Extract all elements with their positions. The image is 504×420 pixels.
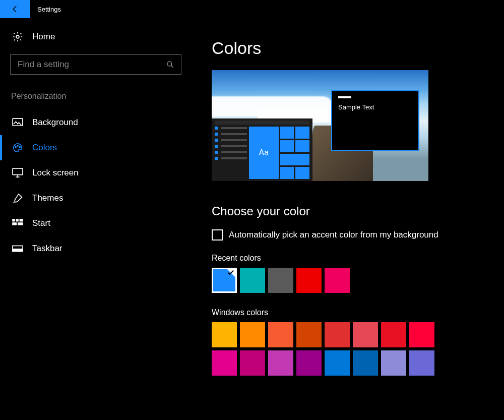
page-title: Colors xyxy=(212,38,504,58)
color-preview: Aa Sample Text xyxy=(212,70,428,181)
svg-rect-11 xyxy=(18,222,23,225)
windows-colors-label: Windows colors xyxy=(212,308,504,317)
nav-item-colors[interactable]: Colors xyxy=(0,135,181,160)
nav-item-label: Themes xyxy=(32,193,63,203)
recent-color-swatch[interactable] xyxy=(240,268,265,293)
search-input[interactable] xyxy=(18,59,166,70)
windows-color-swatch[interactable] xyxy=(353,322,378,347)
sidebar: Home Personalization Background Colors L… xyxy=(0,18,192,376)
windows-color-swatch[interactable] xyxy=(268,322,293,347)
monitor-icon xyxy=(12,167,23,178)
recent-colors-row xyxy=(212,268,504,293)
windows-color-swatch[interactable] xyxy=(325,322,350,347)
titlebar: Settings xyxy=(0,0,504,18)
gear-icon xyxy=(12,31,23,42)
svg-point-0 xyxy=(16,35,19,38)
windows-color-swatch[interactable] xyxy=(212,322,237,347)
windows-color-swatch[interactable] xyxy=(353,350,378,376)
recent-color-swatch[interactable] xyxy=(212,268,237,293)
home-button[interactable]: Home xyxy=(10,31,181,42)
windows-color-swatch[interactable] xyxy=(240,322,265,347)
nav-item-taskbar[interactable]: Taskbar xyxy=(0,236,181,261)
svg-point-3 xyxy=(15,147,16,148)
picture-icon xyxy=(12,117,23,128)
windows-color-swatch[interactable] xyxy=(212,350,237,376)
palette-icon xyxy=(12,142,23,153)
app-title: Settings xyxy=(37,6,61,13)
nav-item-label: Background xyxy=(32,117,78,128)
nav-item-start[interactable]: Start xyxy=(0,211,181,236)
recent-color-swatch[interactable] xyxy=(296,268,322,293)
preview-window: Sample Text xyxy=(331,90,419,151)
recent-color-swatch[interactable] xyxy=(325,268,350,293)
nav-item-label: Taskbar xyxy=(32,244,62,254)
arrow-left-icon xyxy=(11,5,20,14)
search-icon xyxy=(166,61,174,69)
checkbox-icon[interactable] xyxy=(212,229,223,241)
windows-color-swatch[interactable] xyxy=(325,350,350,376)
svg-rect-6 xyxy=(13,168,23,175)
windows-color-swatch[interactable] xyxy=(240,350,265,376)
nav-item-label: Start xyxy=(32,218,50,228)
home-label: Home xyxy=(32,32,55,42)
recent-colors-label: Recent colors xyxy=(212,254,504,263)
windows-colors-grid xyxy=(212,322,504,376)
nav-item-background[interactable]: Background xyxy=(0,110,181,135)
svg-rect-13 xyxy=(13,249,23,252)
nav-group-label: Personalization xyxy=(10,92,181,101)
svg-point-1 xyxy=(167,62,172,66)
svg-rect-8 xyxy=(16,219,18,221)
recent-color-swatch[interactable] xyxy=(268,268,293,293)
main-content: Colors Aa xyxy=(192,18,504,376)
windows-color-swatch[interactable] xyxy=(381,350,406,376)
nav-item-label: Colors xyxy=(32,143,57,153)
auto-pick-label: Automatically pick an accent color from … xyxy=(229,230,438,240)
search-input-container[interactable] xyxy=(10,54,181,75)
windows-color-swatch[interactable] xyxy=(409,350,434,376)
check-icon xyxy=(226,268,235,277)
svg-rect-9 xyxy=(20,219,23,221)
preview-start-menu: Aa xyxy=(212,118,312,181)
windows-color-swatch[interactable] xyxy=(268,350,293,376)
choose-color-heading: Choose your color xyxy=(212,204,504,218)
brush-icon xyxy=(12,193,23,204)
start-grid-icon xyxy=(12,218,23,229)
windows-color-swatch[interactable] xyxy=(381,322,406,347)
nav-item-themes[interactable]: Themes xyxy=(0,186,181,211)
preview-window-text: Sample Text xyxy=(338,103,418,111)
svg-point-4 xyxy=(17,145,18,146)
svg-rect-10 xyxy=(12,222,17,225)
svg-rect-7 xyxy=(12,219,15,221)
nav-item-label: Lock screen xyxy=(32,168,79,178)
preview-tile-text: Aa xyxy=(249,127,279,179)
auto-pick-checkbox-row[interactable]: Automatically pick an accent color from … xyxy=(212,229,504,241)
windows-color-swatch[interactable] xyxy=(296,350,322,376)
windows-color-swatch[interactable] xyxy=(409,322,434,347)
nav-item-lockscreen[interactable]: Lock screen xyxy=(0,160,181,186)
svg-point-5 xyxy=(19,147,20,148)
taskbar-icon xyxy=(12,243,23,254)
windows-color-swatch[interactable] xyxy=(296,322,322,347)
back-button[interactable] xyxy=(0,0,30,18)
